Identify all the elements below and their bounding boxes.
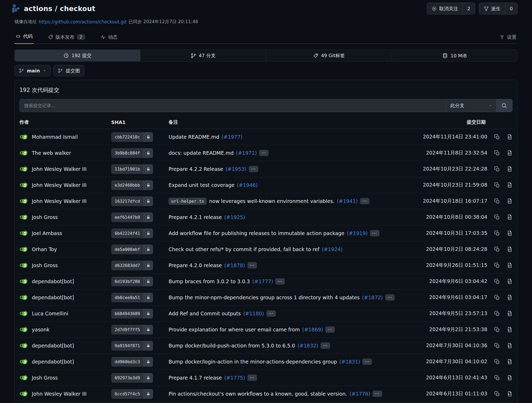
pr-link[interactable]: (#1946) [237, 182, 258, 188]
expand-commit-body-button[interactable]: ··· [360, 198, 369, 204]
unwatch-button[interactable]: 取消关注 2 [427, 3, 475, 14]
commit-sha-badge[interactable]: 9a9194f871 [111, 341, 153, 351]
copy-sha-button[interactable] [494, 166, 500, 172]
commit-sha-badge[interactable]: 692973e3d9 [111, 373, 153, 383]
commit-sha-badge[interactable]: dd960bd3c3 [111, 357, 153, 367]
browse-source-button[interactable] [507, 198, 513, 204]
tab-activity[interactable]: 动态 [99, 31, 119, 44]
commit-sha-badge[interactable]: e3d2460bbb [111, 180, 153, 190]
commit-author[interactable]: Josh Gross [19, 213, 111, 222]
commit-author[interactable]: dependabot[bot] [19, 277, 111, 286]
copy-sha-button[interactable] [494, 359, 500, 365]
branch-filter-dropdown[interactable]: 此分支 [446, 99, 496, 112]
commit-sha-badge[interactable]: d632683dd7 [111, 261, 153, 270]
commit-sha-badge[interactable]: 163217dfcd [111, 196, 153, 206]
expand-commit-body-button[interactable]: ··· [247, 262, 257, 268]
browse-source-button[interactable] [507, 214, 513, 220]
commit-author[interactable]: John Wesley Walker III [19, 165, 111, 173]
commit-author[interactable]: Josh Gross [19, 261, 111, 270]
copy-sha-button[interactable] [494, 246, 500, 252]
commit-author[interactable]: John Wesley Walker III [19, 181, 111, 190]
commit-sha-badge[interactable]: b684943689 [111, 309, 153, 319]
browse-source-button[interactable] [507, 246, 513, 252]
browse-source-button[interactable] [507, 391, 513, 397]
pr-link[interactable]: (#1971) [236, 150, 257, 156]
stat-commits[interactable]: 192 提交 [15, 50, 140, 61]
browse-source-button[interactable] [507, 327, 513, 332]
pr-link[interactable]: (#1953) [226, 166, 246, 172]
pr-link[interactable]: (#1919) [347, 230, 368, 236]
commit-author[interactable]: Joel Ambass [19, 229, 111, 238]
expand-commit-body-button[interactable]: ··· [362, 359, 372, 365]
browse-source-button[interactable] [507, 278, 513, 284]
copy-sha-button[interactable] [494, 134, 500, 140]
browse-source-button[interactable] [507, 182, 513, 188]
pr-link[interactable]: (#1924) [322, 246, 343, 252]
browse-source-button[interactable] [507, 166, 513, 172]
pr-link[interactable]: (#1869) [302, 327, 323, 332]
commit-author[interactable]: Luca Comellini [19, 309, 111, 318]
forks-count[interactable]: 0 [505, 3, 517, 14]
tab-settings[interactable]: 设置 [498, 31, 518, 44]
stat-branches[interactable]: 47 分支 [140, 50, 266, 61]
browse-source-button[interactable] [507, 359, 513, 365]
commit-search-input[interactable] [20, 99, 446, 112]
copy-sha-button[interactable] [494, 311, 500, 316]
pr-link[interactable]: (#1925) [224, 214, 245, 220]
branch-selector[interactable]: main [14, 65, 51, 76]
commit-author[interactable]: dependabot[bot] [19, 293, 111, 302]
copy-sha-button[interactable] [494, 230, 500, 236]
copy-sha-button[interactable] [494, 343, 500, 349]
expand-commit-body-button[interactable]: ··· [275, 278, 285, 285]
commit-author[interactable]: Josh Gross [19, 373, 111, 382]
tab-code[interactable]: 代码 [14, 31, 34, 44]
commit-author[interactable]: Mohammad Ismail [19, 132, 111, 141]
commit-sha-badge[interactable]: 6ccd57f4c5 [111, 389, 153, 399]
expand-commit-body-button[interactable]: ··· [373, 391, 382, 397]
commit-author[interactable]: yasonk [19, 325, 111, 334]
commit-sha-badge[interactable]: 11bd71901b [111, 164, 153, 174]
pr-link[interactable]: (#1180) [243, 311, 264, 316]
browse-source-button[interactable] [507, 311, 513, 316]
commit-author[interactable]: dependabot[bot] [19, 341, 111, 350]
copy-sha-button[interactable] [494, 182, 500, 188]
expand-commit-body-button[interactable]: ··· [385, 294, 395, 301]
expand-commit-body-button[interactable]: ··· [325, 326, 335, 333]
copy-sha-button[interactable] [494, 262, 500, 268]
fork-button[interactable]: 派生 0 [479, 3, 518, 14]
expand-commit-body-button[interactable]: ··· [321, 342, 330, 349]
copy-sha-button[interactable] [494, 214, 500, 220]
watchers-count[interactable]: 2 [463, 3, 475, 14]
copy-sha-button[interactable] [494, 150, 500, 156]
stat-size[interactable]: 10 MiB [392, 50, 517, 61]
browse-source-button[interactable] [507, 230, 513, 236]
browse-source-button[interactable] [507, 295, 513, 300]
pr-link[interactable]: (#1832) [297, 343, 318, 349]
commit-sha-badge[interactable]: eef61447b9 [111, 212, 153, 222]
commit-author[interactable]: Orhan Toy [19, 245, 111, 254]
mirror-url-link[interactable]: https://github.com/actions/checkout.git [39, 19, 126, 24]
copy-sha-button[interactable] [494, 327, 500, 332]
expand-commit-body-button[interactable]: ··· [259, 150, 268, 156]
expand-commit-body-button[interactable]: ··· [266, 310, 276, 317]
commit-author[interactable]: The web walker [19, 148, 111, 157]
commit-graph-button[interactable]: 提交图 [53, 65, 84, 76]
pr-link[interactable]: (#1777) [252, 278, 273, 284]
commit-sha-badge[interactable]: de5a000abf [111, 245, 153, 254]
commit-sha-badge[interactable]: 6b42224f41 [111, 228, 153, 238]
expand-commit-body-button[interactable]: ··· [370, 230, 379, 236]
copy-sha-button[interactable] [494, 198, 500, 204]
browse-source-button[interactable] [507, 375, 513, 381]
browse-source-button[interactable] [507, 262, 513, 268]
pr-link[interactable]: (#1977) [222, 134, 242, 140]
commit-author[interactable]: John Wesley Walker III [19, 389, 111, 398]
commit-author[interactable]: John Wesley Walker III [19, 197, 111, 206]
search-button[interactable] [496, 99, 512, 112]
commit-sha-badge[interactable]: db0cee9a51 [111, 293, 153, 302]
copy-sha-button[interactable] [494, 295, 500, 300]
pr-link[interactable]: (#1941) [337, 198, 358, 204]
commit-sha-badge[interactable]: cbb722410c [111, 132, 153, 142]
copy-sha-button[interactable] [494, 391, 500, 397]
pr-link[interactable]: (#1775) [224, 375, 245, 381]
browse-source-button[interactable] [507, 134, 513, 140]
